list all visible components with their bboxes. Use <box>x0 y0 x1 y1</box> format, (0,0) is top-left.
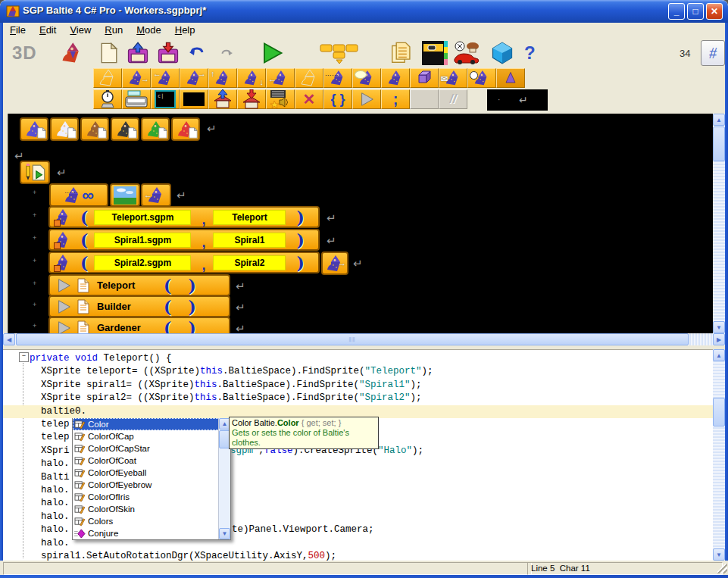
scroll-up-arrow[interactable]: ▲ <box>713 114 725 126</box>
palette-tile-screen-off[interactable] <box>180 89 208 109</box>
code-line-1[interactable]: private void Teleport() { <box>3 352 713 365</box>
wizard-back-tile[interactable]: ← <box>141 183 171 207</box>
clothes-wizard-tile[interactable] <box>20 117 48 141</box>
canvas-hscrollbar[interactable]: ◀ ⦀⦀ ▶ <box>3 333 725 345</box>
menu-mode[interactable]: Mode <box>130 23 168 37</box>
scroll-thumb[interactable] <box>713 127 725 161</box>
minimize-button[interactable]: _ <box>668 3 685 20</box>
new-button[interactable] <box>100 40 118 66</box>
palette-tile-wizard-down[interactable]: ↓ <box>237 68 266 88</box>
copy-button[interactable] <box>391 40 412 66</box>
scroll-thumb[interactable]: ⦀⦀ <box>16 333 689 345</box>
close-button[interactable]: ✕ <box>706 3 723 20</box>
clothes-wizard-tile[interactable] <box>141 117 170 141</box>
scroll-down-arrow[interactable]: ▼ <box>713 548 725 561</box>
program-canvas[interactable]: ↵↵↵+⋯⋯∞←↵+(Teleport.sgpm,Teleport)↵+(Spi… <box>8 114 714 333</box>
code-line-13[interactable]: halo. <box>3 511 713 523</box>
titlebar[interactable]: SGP Baltie 4 C# Pro - Workers.sgpbprj* _… <box>0 0 728 23</box>
palette-tile-keyboard[interactable] <box>122 89 151 109</box>
scroll-left-arrow[interactable]: ◀ <box>3 333 15 345</box>
menu-edit[interactable]: Edit <box>33 23 63 37</box>
scroll-down-arrow[interactable]: ▼ <box>713 321 725 333</box>
run-button[interactable] <box>261 40 283 66</box>
clothes-wizard-tile[interactable] <box>111 117 139 141</box>
code-line-4[interactable]: XSprite spiral2= ((XSprite)this.BaltieSp… <box>3 392 713 405</box>
end-of-line-glyph[interactable]: ↵ <box>353 258 363 269</box>
sprite-row-spiral2[interactable]: (Spiral2.sgpm,Spiral2) <box>48 252 320 273</box>
code-line-11[interactable]: halo. <box>3 484 713 497</box>
palette-tile-comment[interactable]: // <box>439 89 467 109</box>
sprite-row-teleport[interactable]: (Teleport.sgpm,Teleport) <box>48 206 320 228</box>
method-call-teleport[interactable]: Teleport() <box>48 274 230 296</box>
palette-tile-wizard-turn-right[interactable]: → <box>180 68 208 88</box>
scroll-right-arrow[interactable]: ▶ <box>713 333 725 345</box>
clothes-wizard-tile[interactable] <box>50 117 79 141</box>
end-of-line-glyph[interactable]: ↵ <box>236 301 245 313</box>
palette-tile-sound[interactable] <box>266 89 295 109</box>
end-of-line-glyph[interactable]: ↵ <box>327 212 336 223</box>
end-of-line-glyph[interactable]: ↵ <box>327 235 336 246</box>
palette-tile-wizard-wait[interactable] <box>467 68 496 88</box>
end-of-line-glyph[interactable]: ↵ <box>14 150 24 161</box>
code-line-10[interactable]: Balti <box>3 471 713 484</box>
palette-tile-wizard-fast[interactable]: ⋯⋯ <box>323 68 352 88</box>
code-editor[interactable]: − ColorColorOfCapColorOfCapStarColorOfCo… <box>3 349 713 561</box>
end-of-line-glyph[interactable]: ↵ <box>207 123 217 134</box>
palette-tile-wizard-turn-left[interactable]: ← <box>151 68 180 88</box>
palette-tile-braces[interactable]: { } <box>323 89 352 109</box>
palette-tile-scene-save[interactable] <box>237 89 266 109</box>
save-button[interactable] <box>157 40 180 66</box>
undo-button[interactable] <box>189 40 205 66</box>
wizard-go-tile[interactable]: → <box>321 252 348 275</box>
palette-tile-wizard-invisible[interactable] <box>295 68 323 88</box>
dot-glyph[interactable]: · <box>498 95 500 104</box>
palette-tile-run-gray[interactable] <box>352 89 381 109</box>
scroll-up-arrow[interactable]: ▲ <box>713 349 725 361</box>
method-call-builder[interactable]: Builder() <box>48 295 230 317</box>
palette-tile-console[interactable]: c| <box>151 89 180 109</box>
palette-tile-wizard-message[interactable]: ✉ <box>439 68 467 88</box>
scene-image-tile[interactable] <box>110 183 140 207</box>
repeat-forever-tile[interactable]: ⋯⋯∞ <box>49 183 108 207</box>
clothes-wizard-tile[interactable] <box>80 117 109 141</box>
redo-button[interactable] <box>219 40 234 66</box>
maximize-button[interactable]: □ <box>687 3 704 20</box>
code-line-3[interactable]: XSprite spiral1= ((XSprite)this.BaltieSp… <box>3 379 713 392</box>
palette-tile-wizard-trace[interactable] <box>93 68 122 88</box>
palette-tile-semicolon[interactable]: ; <box>381 89 410 109</box>
clothes-wizard-tile[interactable] <box>171 117 200 141</box>
open-button[interactable] <box>127 40 149 66</box>
menu-run[interactable]: Run <box>98 23 130 37</box>
palette-tile-erase[interactable]: ✕ <box>295 89 323 109</box>
sprite-name-label[interactable]: Spiral1 <box>213 233 286 248</box>
scene-editor-button[interactable] <box>422 40 448 66</box>
end-of-line-glyph[interactable]: ↵ <box>57 167 67 178</box>
sprite-file-label[interactable]: Teleport.sgpm <box>94 210 191 225</box>
palette-tile-wait-clock[interactable] <box>93 89 122 109</box>
end-of-line-glyph[interactable]: ↵ <box>177 189 186 201</box>
code-vscrollbar[interactable]: ▲ ▼ <box>713 349 725 561</box>
sprite-name-label[interactable]: Spiral2 <box>213 255 286 270</box>
code-line-9[interactable]: halo. <box>3 458 713 470</box>
palette-tile-wizard-plain[interactable] <box>381 68 410 88</box>
canvas-vscrollbar[interactable]: ▲ ▼ <box>713 114 725 333</box>
palette-tile-cube[interactable] <box>410 68 439 88</box>
sprite-row-spiral1[interactable]: (Spiral1.sgpm,Spiral1) <box>48 229 320 251</box>
resize-grip[interactable] <box>717 564 727 573</box>
palette-tile-wizard-say[interactable] <box>352 68 381 88</box>
palette-tile-hat[interactable] <box>496 68 525 88</box>
palette-tile-scene-load[interactable] <box>208 89 237 109</box>
end-of-line-glyph[interactable]: ↵ <box>236 323 245 333</box>
menu-view[interactable]: View <box>63 23 98 37</box>
menu-file[interactable]: File <box>3 23 33 37</box>
blocks-button[interactable] <box>320 40 359 66</box>
menu-help[interactable]: Help <box>168 23 202 37</box>
program-start-tile[interactable] <box>20 161 50 184</box>
sprite-name-label[interactable]: Teleport <box>213 210 286 225</box>
help-button[interactable]: ? <box>524 40 536 66</box>
model-3d-button[interactable] <box>491 40 514 66</box>
end-of-line-glyph[interactable]: ↵ <box>236 280 245 292</box>
palette-tile-wizard-go[interactable]: → <box>122 68 151 88</box>
code-line-15[interactable]: halo. <box>3 537 713 550</box>
enter-glyph[interactable]: ↵ <box>519 94 528 106</box>
